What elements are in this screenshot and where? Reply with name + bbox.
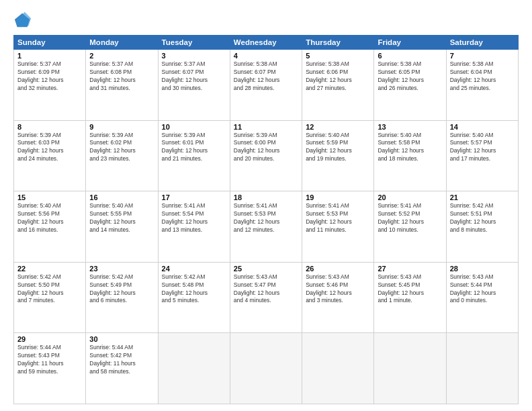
day-info: Sunrise: 5:38 AMSunset: 6:04 PMDaylight:… bbox=[450, 60, 515, 93]
day-number: 8 bbox=[17, 123, 82, 131]
day-info: Sunrise: 5:39 AMSunset: 6:02 PMDaylight:… bbox=[89, 132, 154, 164]
weekday-saturday: Saturday bbox=[446, 36, 518, 50]
day-info: Sunrise: 5:40 AMSunset: 5:59 PMDaylight:… bbox=[306, 132, 370, 164]
day-number: 18 bbox=[234, 193, 298, 201]
day-cell: 3Sunrise: 5:37 AMSunset: 6:07 PMDaylight… bbox=[158, 50, 230, 121]
week-row-2: 8Sunrise: 5:39 AMSunset: 6:03 PMDaylight… bbox=[14, 120, 519, 191]
day-info: Sunrise: 5:42 AMSunset: 5:48 PMDaylight:… bbox=[162, 273, 226, 306]
day-info: Sunrise: 5:42 AMSunset: 5:49 PMDaylight:… bbox=[89, 273, 154, 306]
day-info: Sunrise: 5:41 AMSunset: 5:54 PMDaylight:… bbox=[162, 202, 226, 234]
day-cell: 20Sunrise: 5:41 AMSunset: 5:52 PMDayligh… bbox=[374, 191, 446, 263]
day-cell: 28Sunrise: 5:43 AMSunset: 5:44 PMDayligh… bbox=[446, 262, 518, 333]
day-cell: 9Sunrise: 5:39 AMSunset: 6:02 PMDaylight… bbox=[86, 120, 158, 191]
week-row-5: 29Sunrise: 5:44 AMSunset: 5:43 PMDayligh… bbox=[14, 333, 519, 404]
weekday-sunday: Sunday bbox=[14, 36, 86, 50]
day-cell: 2Sunrise: 5:37 AMSunset: 6:08 PMDaylight… bbox=[86, 50, 158, 121]
day-info: Sunrise: 5:37 AMSunset: 6:09 PMDaylight:… bbox=[17, 60, 82, 93]
day-info: Sunrise: 5:44 AMSunset: 5:43 PMDaylight:… bbox=[17, 344, 82, 376]
day-number: 22 bbox=[17, 265, 82, 273]
day-cell: 23Sunrise: 5:42 AMSunset: 5:49 PMDayligh… bbox=[86, 262, 158, 333]
day-number: 15 bbox=[17, 193, 82, 201]
day-number: 20 bbox=[378, 193, 442, 201]
day-info: Sunrise: 5:40 AMSunset: 5:58 PMDaylight:… bbox=[378, 132, 442, 164]
day-info: Sunrise: 5:42 AMSunset: 5:50 PMDaylight:… bbox=[17, 273, 82, 306]
day-info: Sunrise: 5:39 AMSunset: 6:01 PMDaylight:… bbox=[162, 132, 226, 164]
day-cell: 7Sunrise: 5:38 AMSunset: 6:04 PMDaylight… bbox=[446, 50, 518, 121]
day-number: 27 bbox=[378, 265, 442, 273]
day-number: 2 bbox=[89, 52, 154, 60]
day-cell bbox=[302, 333, 374, 404]
day-info: Sunrise: 5:37 AMSunset: 6:07 PMDaylight:… bbox=[162, 60, 226, 93]
day-number: 1 bbox=[17, 52, 82, 60]
day-number: 3 bbox=[162, 52, 226, 60]
day-cell: 16Sunrise: 5:40 AMSunset: 5:55 PMDayligh… bbox=[86, 191, 158, 263]
day-info: Sunrise: 5:41 AMSunset: 5:53 PMDaylight:… bbox=[306, 202, 370, 234]
day-number: 6 bbox=[378, 52, 442, 60]
day-cell: 22Sunrise: 5:42 AMSunset: 5:50 PMDayligh… bbox=[14, 262, 86, 333]
day-cell: 19Sunrise: 5:41 AMSunset: 5:53 PMDayligh… bbox=[302, 191, 374, 263]
day-info: Sunrise: 5:38 AMSunset: 6:06 PMDaylight:… bbox=[306, 60, 370, 93]
day-cell: 15Sunrise: 5:40 AMSunset: 5:56 PMDayligh… bbox=[14, 191, 86, 263]
day-number: 12 bbox=[306, 123, 370, 131]
day-info: Sunrise: 5:44 AMSunset: 5:42 PMDaylight:… bbox=[89, 344, 154, 376]
day-cell: 8Sunrise: 5:39 AMSunset: 6:03 PMDaylight… bbox=[14, 120, 86, 191]
day-info: Sunrise: 5:41 AMSunset: 5:52 PMDaylight:… bbox=[378, 202, 442, 234]
day-number: 5 bbox=[306, 52, 370, 60]
week-row-3: 15Sunrise: 5:40 AMSunset: 5:56 PMDayligh… bbox=[14, 191, 519, 263]
day-info: Sunrise: 5:39 AMSunset: 6:00 PMDaylight:… bbox=[234, 132, 298, 164]
day-info: Sunrise: 5:38 AMSunset: 6:07 PMDaylight:… bbox=[234, 60, 298, 93]
day-cell: 10Sunrise: 5:39 AMSunset: 6:01 PMDayligh… bbox=[158, 120, 230, 191]
day-number: 13 bbox=[378, 123, 442, 131]
day-number: 28 bbox=[450, 265, 515, 273]
day-number: 9 bbox=[89, 123, 154, 131]
day-number: 29 bbox=[17, 335, 82, 343]
day-cell: 1Sunrise: 5:37 AMSunset: 6:09 PMDaylight… bbox=[14, 50, 86, 121]
day-cell: 14Sunrise: 5:40 AMSunset: 5:57 PMDayligh… bbox=[446, 120, 518, 191]
week-row-4: 22Sunrise: 5:42 AMSunset: 5:50 PMDayligh… bbox=[14, 262, 519, 333]
day-cell bbox=[374, 333, 446, 404]
weekday-friday: Friday bbox=[374, 36, 446, 50]
logo bbox=[13, 11, 35, 30]
day-number: 14 bbox=[450, 123, 515, 131]
weekday-tuesday: Tuesday bbox=[158, 36, 230, 50]
day-number: 4 bbox=[234, 52, 298, 60]
day-cell: 18Sunrise: 5:41 AMSunset: 5:53 PMDayligh… bbox=[230, 191, 302, 263]
day-number: 19 bbox=[306, 193, 370, 201]
calendar-table: SundayMondayTuesdayWednesdayThursdayFrid… bbox=[13, 35, 519, 404]
day-cell: 25Sunrise: 5:43 AMSunset: 5:47 PMDayligh… bbox=[230, 262, 302, 333]
day-number: 25 bbox=[234, 265, 298, 273]
day-number: 11 bbox=[234, 123, 298, 131]
day-number: 23 bbox=[89, 265, 154, 273]
day-cell: 24Sunrise: 5:42 AMSunset: 5:48 PMDayligh… bbox=[158, 262, 230, 333]
day-cell: 11Sunrise: 5:39 AMSunset: 6:00 PMDayligh… bbox=[230, 120, 302, 191]
day-cell: 27Sunrise: 5:43 AMSunset: 5:45 PMDayligh… bbox=[374, 262, 446, 333]
day-cell: 5Sunrise: 5:38 AMSunset: 6:06 PMDaylight… bbox=[302, 50, 374, 121]
day-cell: 30Sunrise: 5:44 AMSunset: 5:42 PMDayligh… bbox=[86, 333, 158, 404]
day-cell bbox=[158, 333, 230, 404]
day-number: 26 bbox=[306, 265, 370, 273]
day-info: Sunrise: 5:42 AMSunset: 5:51 PMDaylight:… bbox=[450, 202, 515, 234]
day-cell: 29Sunrise: 5:44 AMSunset: 5:43 PMDayligh… bbox=[14, 333, 86, 404]
day-number: 10 bbox=[162, 123, 226, 131]
day-info: Sunrise: 5:40 AMSunset: 5:57 PMDaylight:… bbox=[450, 132, 515, 164]
day-cell: 26Sunrise: 5:43 AMSunset: 5:46 PMDayligh… bbox=[302, 262, 374, 333]
day-info: Sunrise: 5:41 AMSunset: 5:53 PMDaylight:… bbox=[234, 202, 298, 234]
day-cell: 4Sunrise: 5:38 AMSunset: 6:07 PMDaylight… bbox=[230, 50, 302, 121]
day-cell: 17Sunrise: 5:41 AMSunset: 5:54 PMDayligh… bbox=[158, 191, 230, 263]
day-info: Sunrise: 5:40 AMSunset: 5:55 PMDaylight:… bbox=[89, 202, 154, 234]
day-cell: 13Sunrise: 5:40 AMSunset: 5:58 PMDayligh… bbox=[374, 120, 446, 191]
day-number: 17 bbox=[162, 193, 226, 201]
day-info: Sunrise: 5:43 AMSunset: 5:47 PMDaylight:… bbox=[234, 273, 298, 306]
day-number: 7 bbox=[450, 52, 515, 60]
day-info: Sunrise: 5:37 AMSunset: 6:08 PMDaylight:… bbox=[89, 60, 154, 93]
day-number: 24 bbox=[162, 265, 226, 273]
day-info: Sunrise: 5:43 AMSunset: 5:46 PMDaylight:… bbox=[306, 273, 370, 306]
day-cell bbox=[446, 333, 518, 404]
day-info: Sunrise: 5:38 AMSunset: 6:05 PMDaylight:… bbox=[378, 60, 442, 93]
day-number: 21 bbox=[450, 193, 515, 201]
page: SundayMondayTuesdayWednesdayThursdayFrid… bbox=[0, 0, 532, 411]
day-number: 30 bbox=[89, 335, 154, 343]
header bbox=[13, 11, 519, 30]
day-info: Sunrise: 5:39 AMSunset: 6:03 PMDaylight:… bbox=[17, 132, 82, 164]
weekday-wednesday: Wednesday bbox=[230, 36, 302, 50]
